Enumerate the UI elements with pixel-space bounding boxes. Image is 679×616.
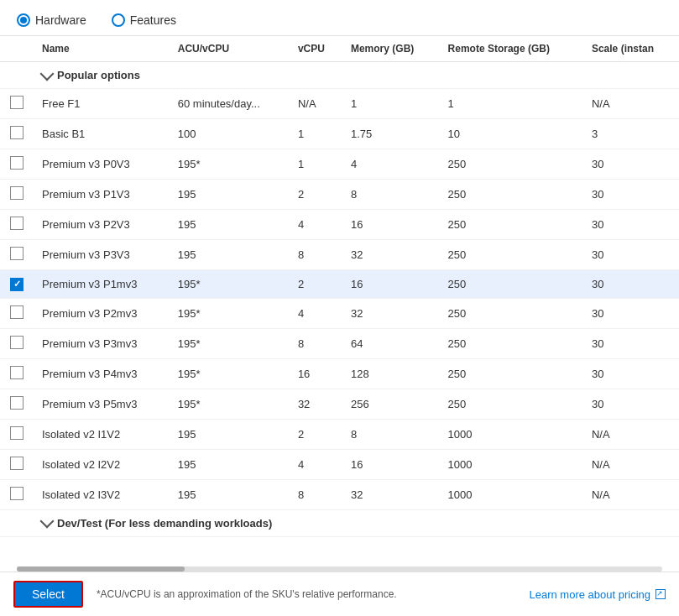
cell-scale: N/A [583, 449, 679, 479]
radio-features[interactable]: Features [112, 13, 176, 27]
cell-memory: 32 [342, 479, 440, 509]
cell-memory: 32 [342, 298, 440, 328]
cell-scale: 30 [583, 210, 679, 240]
checkbox[interactable] [10, 126, 24, 139]
checkbox[interactable] [10, 217, 24, 230]
checkbox[interactable] [10, 396, 24, 410]
cell-memory: 1.75 [342, 119, 440, 149]
table-row[interactable]: Isolated v2 I1V2 195 2 8 1000 N/A [0, 419, 679, 449]
cell-scale: N/A [583, 419, 679, 449]
cell-scale: 30 [583, 358, 679, 389]
table-row[interactable]: Isolated v2 I3V2 195 8 32 1000 N/A [0, 479, 679, 509]
cell-memory: 256 [342, 389, 440, 419]
footer-note: *ACU/vCPU is an approximation of the SKU… [97, 588, 516, 600]
cell-acu: 195* [170, 358, 290, 389]
cell-scale: 3 [583, 119, 679, 149]
checkbox[interactable] [10, 156, 24, 170]
cell-acu: 195* [170, 149, 290, 180]
table-row[interactable]: Premium v3 P0V3 195* 1 4 250 30 [0, 149, 679, 180]
cell-vcpu: 32 [290, 389, 342, 419]
sku-table: Name ACU/vCPU vCPU Memory (GB) Remote St… [0, 36, 679, 537]
cell-acu: 195 [170, 240, 290, 270]
cell-vcpu: 4 [290, 449, 342, 479]
checkbox[interactable] [10, 336, 24, 349]
cell-memory: 8 [342, 419, 440, 449]
cell-remote-storage: 1000 [440, 479, 583, 509]
group-label: Dev/Test (For less demanding workloads) [57, 517, 272, 530]
cell-acu: 195 [170, 449, 290, 479]
table-container: Name ACU/vCPU vCPU Memory (GB) Remote St… [0, 36, 679, 566]
checkbox[interactable] [10, 487, 24, 500]
cell-acu: 100 [170, 119, 290, 149]
cell-name: Premium v3 P5mv3 [34, 389, 170, 419]
table-row[interactable]: Premium v3 P2mv3 195* 4 32 250 30 [0, 298, 679, 328]
cell-remote-storage: 1 [440, 89, 583, 119]
cell-name: Isolated v2 I1V2 [34, 419, 170, 449]
table-row[interactable]: Premium v3 P5mv3 195* 32 256 250 30 [0, 389, 679, 419]
cell-acu: 195 [170, 210, 290, 240]
checkbox[interactable] [10, 457, 24, 470]
table-row[interactable]: Free F1 60 minutes/day... N/A 1 1 N/A [0, 89, 679, 119]
table-row[interactable]: Premium v3 P2V3 195 4 16 250 30 [0, 210, 679, 240]
checkbox[interactable] [10, 366, 24, 379]
cell-memory: 16 [342, 449, 440, 479]
cell-memory: 32 [342, 240, 440, 270]
cell-name: Premium v3 P1mv3 [34, 270, 170, 299]
cell-vcpu: 8 [290, 240, 342, 270]
table-row[interactable]: Premium v3 P1mv3 195* 2 16 250 30 [0, 270, 679, 299]
cell-scale: 30 [583, 298, 679, 328]
radio-features-circle [112, 13, 125, 27]
checkbox[interactable] [10, 247, 24, 260]
cell-scale: 30 [583, 180, 679, 210]
select-button[interactable]: Select [13, 581, 83, 608]
group-header-devtest[interactable]: Dev/Test (For less demanding workloads) [0, 509, 679, 536]
group-label: Popular options [57, 69, 140, 81]
cell-scale: N/A [583, 479, 679, 509]
cell-scale: 30 [583, 240, 679, 270]
cell-remote-storage: 250 [440, 389, 583, 419]
learn-more-link[interactable]: Learn more about pricing [529, 588, 666, 601]
checkbox[interactable] [10, 426, 24, 440]
cell-remote-storage: 250 [440, 270, 583, 299]
cell-name: Premium v3 P4mv3 [34, 358, 170, 389]
cell-remote-storage: 250 [440, 180, 583, 210]
table-row[interactable]: Isolated v2 I2V2 195 4 16 1000 N/A [0, 449, 679, 479]
col-checkbox [0, 36, 34, 62]
cell-vcpu: 1 [290, 119, 342, 149]
cell-remote-storage: 250 [440, 210, 583, 240]
table-row[interactable]: Premium v3 P3mv3 195* 8 64 250 30 [0, 328, 679, 358]
checkbox[interactable] [10, 278, 24, 291]
cell-vcpu: N/A [290, 89, 342, 119]
cell-scale: 30 [583, 270, 679, 299]
cell-vcpu: 2 [290, 419, 342, 449]
cell-remote-storage: 250 [440, 298, 583, 328]
cell-remote-storage: 1000 [440, 449, 583, 479]
col-scale: Scale (instan [583, 36, 679, 62]
col-remote-storage: Remote Storage (GB) [440, 36, 583, 62]
radio-hardware-label: Hardware [35, 13, 86, 27]
col-acu: ACU/vCPU [170, 36, 290, 62]
cell-memory: 16 [342, 210, 440, 240]
cell-name: Basic B1 [34, 119, 170, 149]
cell-name: Premium v3 P2V3 [34, 210, 170, 240]
external-link-icon [655, 589, 666, 599]
cell-memory: 1 [342, 89, 440, 119]
cell-name: Premium v3 P0V3 [34, 149, 170, 180]
cell-vcpu: 2 [290, 180, 342, 210]
cell-acu: 195* [170, 389, 290, 419]
radio-hardware[interactable]: Hardware [17, 13, 86, 27]
cell-remote-storage: 250 [440, 328, 583, 358]
checkbox[interactable] [10, 96, 24, 109]
table-row[interactable]: Basic B1 100 1 1.75 10 3 [0, 119, 679, 149]
table-row[interactable]: Premium v3 P1V3 195 2 8 250 30 [0, 180, 679, 210]
group-header-popular[interactable]: Popular options [0, 62, 679, 89]
table-row[interactable]: Premium v3 P4mv3 195* 16 128 250 30 [0, 358, 679, 389]
checkbox[interactable] [10, 186, 24, 200]
cell-acu: 195 [170, 479, 290, 509]
cell-vcpu: 1 [290, 149, 342, 180]
table-row[interactable]: Premium v3 P3V3 195 8 32 250 30 [0, 240, 679, 270]
checkbox[interactable] [10, 305, 24, 319]
cell-vcpu: 8 [290, 328, 342, 358]
cell-acu: 195* [170, 298, 290, 328]
col-memory: Memory (GB) [342, 36, 440, 62]
